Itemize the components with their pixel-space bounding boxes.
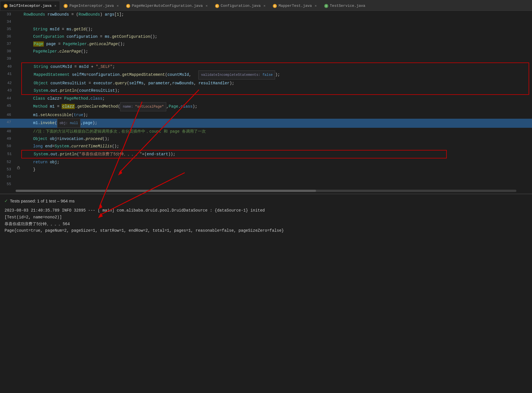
console-line-1: [Test(id=2, name=nono2)] <box>5 214 527 221</box>
line-num-42: 42 <box>1 80 16 87</box>
bottom-panel: ✓ Tests passed: 1 of 1 test – 964 ms 202… <box>0 194 532 238</box>
tab-close-2[interactable]: ✕ <box>117 4 119 8</box>
check-icon: ✓ <box>5 198 8 204</box>
line-content-44: Class clazz= PageMethod.class; <box>21 95 532 102</box>
tab-label-3: PageHelperAutoConfiguration.java <box>132 4 203 8</box>
console-line-2: 恭喜你成功浪费了5分钟。。。。564 <box>5 221 527 228</box>
tab-close-3[interactable]: ✕ <box>205 4 207 8</box>
console-line-0: 2023-08-03 21:40:35.789 INFO 32895 --- [… <box>5 207 527 214</box>
code-line-36: 36 Configuration configuration = ms.getC… <box>0 33 532 40</box>
code-line-45: 45 Method m1 = clazz.getDeclaredMethod(n… <box>0 102 532 111</box>
line-content-52: return obj; <box>21 158 532 166</box>
line-num-49: 49 <box>0 135 16 143</box>
code-line-43: 43 System.out.println(countResultList); <box>1 87 529 94</box>
line-content-41: MappedStatement selfMs=configuration.get… <box>22 70 529 80</box>
line-content-48: //注：下面的方法可以根据自己的逻辑调用多次，在分页插件中，count 和 pa… <box>21 128 532 135</box>
tab-close-5[interactable]: ✕ <box>315 4 317 8</box>
console-output: 2023-08-03 21:40:35.789 INFO 32895 --- [… <box>5 207 527 234</box>
line-num-50: 50 <box>0 143 16 150</box>
line-num-40: 40 <box>1 63 16 70</box>
tab-label-1: SelfInteceptor.java <box>9 4 51 8</box>
line-num-33: 33 <box>0 11 16 18</box>
code-line-37: 37 Page page = PageHelper.getLocalPage()… <box>0 40 532 48</box>
code-line-48: 48 //注：下面的方法可以根据自己的逻辑调用多次，在分页插件中，count 和… <box>0 128 532 135</box>
tab-pagehelper[interactable]: C PageHelperAutoConfiguration.java ✕ <box>122 1 211 11</box>
code-editor[interactable]: 33 RowBounds rowBounds = (RowBounds) arg… <box>0 11 532 193</box>
line-content-36: Configuration configuration = ms.getConf… <box>21 33 532 40</box>
line-content-42: Object countResultList = executor.query(… <box>22 80 529 87</box>
line-num-43: 43 <box>1 87 16 94</box>
lock-icon <box>17 166 20 169</box>
main-container: C SelfInteceptor.java ✕ C PageIntercepto… <box>0 0 532 238</box>
tab-label-6: TestService.java <box>330 4 365 8</box>
line-num-46: 46 <box>0 111 16 119</box>
line-content-33: RowBounds rowBounds = (RowBounds) args[1… <box>21 11 532 18</box>
tab-icon-1: C <box>4 4 8 8</box>
code-line-39: 39 <box>0 55 532 62</box>
code-line-53: 53 } <box>0 166 532 173</box>
code-line-40: 40 String countMsId = msId + "_SELF"; <box>1 63 529 70</box>
tab-selfinteceptor[interactable]: C SelfInteceptor.java ✕ <box>0 1 60 11</box>
gutter-53 <box>16 166 21 169</box>
line-num-54: 54 <box>0 173 16 181</box>
console-line-3: Page{count=true, pageNum=2, pageSize=1, … <box>5 227 527 234</box>
tab-close-1[interactable]: ✕ <box>54 4 56 8</box>
test-result-duration: 964 ms <box>61 198 74 203</box>
line-content-35: String msId = ms.getId(); <box>21 26 532 33</box>
code-line-52: 52 return obj; <box>0 158 532 166</box>
code-line-54: 54 <box>0 173 532 181</box>
line-num-41: 41 <box>1 70 16 78</box>
test-result-separator: – <box>57 198 61 203</box>
line-content-47: m1.invoke(obj: null,page); <box>21 119 532 128</box>
line-num-38: 38 <box>0 48 16 55</box>
line-content-43: System.out.println(countResultList); <box>22 87 529 94</box>
horizontal-scrollbar[interactable] <box>0 189 532 193</box>
red-box-section-2: 51 System.out.println("恭喜你成功浪费了5分钟。。。。"+… <box>21 150 447 158</box>
tab-mappertest[interactable]: C MapperTest.java ✕ <box>269 1 320 11</box>
code-line-55: 55 <box>0 181 532 188</box>
line-content-46: m1.setAccessible(true); <box>21 111 532 119</box>
line-content-53: } <box>21 166 532 173</box>
scrollbar-thumb[interactable] <box>16 190 316 192</box>
code-line-44: 44 Class clazz= PageMethod.class; <box>0 95 532 102</box>
scrollbar-track[interactable] <box>16 190 516 192</box>
line-num-36: 36 <box>0 33 16 40</box>
tab-bar: C SelfInteceptor.java ✕ C PageIntercepto… <box>0 0 532 11</box>
code-line-49: 49 Object obj=invocation.proceed(); <box>0 135 532 143</box>
line-num-53: 53 <box>0 166 16 173</box>
tab-label-5: MapperTest.java <box>279 4 312 8</box>
line-num-47: 47 <box>0 119 16 126</box>
line-content-38: PageHelper.clearPage(); <box>21 48 532 55</box>
line-num-52: 52 <box>0 158 16 166</box>
code-line-41: 41 MappedStatement selfMs=configuration.… <box>1 70 529 80</box>
line-num-35: 35 <box>0 26 16 33</box>
code-line-51: 51 System.out.println("恭喜你成功浪费了5分钟。。。。"+… <box>1 150 446 158</box>
tab-pageinterceptor[interactable]: C PageInterceptor.java ✕ <box>60 1 122 11</box>
svg-rect-0 <box>17 167 20 169</box>
line-num-39: 39 <box>0 55 16 62</box>
line-content-45: Method m1 = clazz.getDeclaredMethod(name… <box>21 102 532 111</box>
tab-icon-3: C <box>126 4 130 8</box>
code-line-35: 35 String msId = ms.getId(); <box>0 26 532 33</box>
tab-configuration[interactable]: C Configuration.java ✕ <box>211 1 269 11</box>
line-num-48: 48 <box>0 128 16 135</box>
test-result-label: Tests passed: 1 of 1 test <box>10 198 56 203</box>
line-content-40: String countMsId = msId + "_SELF"; <box>22 63 529 70</box>
line-content-49: Object obj=invocation.proceed(); <box>21 135 532 143</box>
line-content-51: System.out.println("恭喜你成功浪费了5分钟。。。。"+(en… <box>22 150 446 158</box>
tab-testservice[interactable]: I TestService.java <box>321 1 369 11</box>
code-line-33: 33 RowBounds rowBounds = (RowBounds) arg… <box>0 11 532 18</box>
line-num-34: 34 <box>0 18 16 26</box>
code-line-42: 42 Object countResultList = executor.que… <box>1 80 529 87</box>
code-line-47: 47 m1.invoke(obj: null,page); <box>0 119 532 128</box>
tab-icon-2: C <box>64 4 68 8</box>
test-result-bar: ✓ Tests passed: 1 of 1 test – 964 ms <box>5 198 527 204</box>
tab-icon-4: C <box>215 4 219 8</box>
tab-close-4[interactable]: ✕ <box>263 4 265 8</box>
tab-icon-5: C <box>273 4 277 8</box>
tab-icon-6: I <box>324 4 328 8</box>
line-content-37: Page page = PageHelper.getLocalPage(); <box>21 40 532 48</box>
line-num-44: 44 <box>0 95 16 102</box>
tab-label-2: PageInterceptor.java <box>69 4 114 8</box>
line-content-50: long end=System.currentTimeMillis(); <box>21 143 532 150</box>
